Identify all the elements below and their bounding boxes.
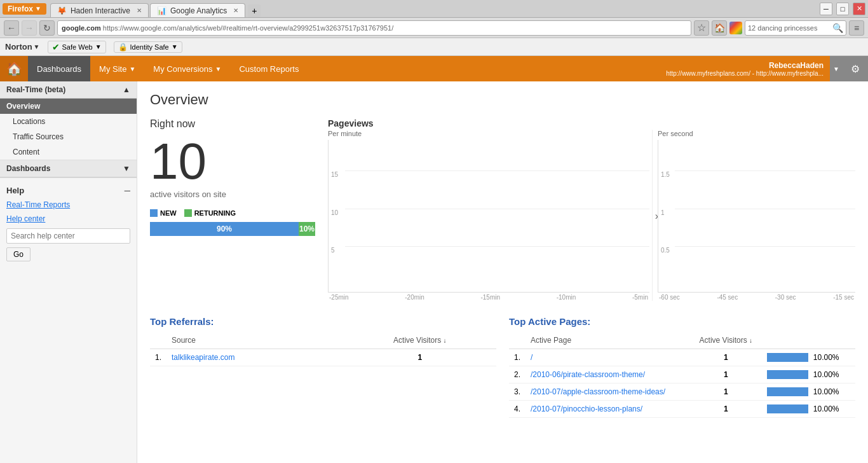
returning-visitors-bar: 10% — [299, 222, 315, 236]
minimize-button[interactable]: ─ — [820, 3, 832, 15]
close-button[interactable]: ✕ — [853, 3, 865, 15]
page-visitors-cell: 1 — [690, 349, 762, 366]
myconversions-dropdown-icon: ▼ — [215, 66, 222, 73]
menu-button[interactable]: ≡ — [849, 20, 864, 36]
sidebar-item-overview[interactable]: Overview — [0, 99, 137, 114]
mysite-dropdown-icon: ▼ — [129, 66, 135, 73]
forward-button[interactable]: → — [22, 20, 37, 36]
ga-username: RebeccaHaden — [666, 61, 824, 70]
home-button[interactable]: 🏠 — [712, 20, 727, 36]
new-tab-button[interactable]: + — [248, 4, 261, 17]
page-visitors-cell: 1 — [690, 401, 762, 418]
pct-label: 10.00% — [813, 353, 839, 362]
referrals-table: Source Active Visitors ↓ 1. talklikeapir… — [150, 332, 496, 366]
tab-close-ga[interactable]: ✕ — [233, 7, 238, 14]
bar-cell: 10.00% — [767, 387, 850, 396]
page-link[interactable]: /2010-06/pirate-classroom-theme/ — [531, 370, 645, 379]
ga-user-info: RebeccaHaden http://www.myfreshplans.com… — [660, 61, 830, 77]
sidebar-realtime-header[interactable]: Real-Time (beta) ▲ — [0, 81, 137, 99]
tab-close-haden[interactable]: ✕ — [137, 7, 142, 14]
safe-web-icon: ✔ — [52, 42, 60, 52]
tab-haden-interactive[interactable]: 🦊 Haden Interactive ✕ — [50, 3, 149, 17]
page-pct-header — [762, 332, 855, 349]
settings-button[interactable]: ⚙ — [843, 56, 868, 81]
page-link[interactable]: /2010-07/apple-classroom-theme-ideas/ — [531, 387, 665, 396]
page-title: Overview — [150, 92, 855, 108]
google-search-icon — [729, 22, 742, 34]
page-bar-cell: 10.00% — [762, 401, 855, 418]
minute-bars — [345, 140, 649, 292]
source-link[interactable]: talklikeapirate.com — [172, 353, 234, 362]
bar-cell: 10.00% — [767, 370, 850, 379]
tab-label-ga: Google Analytics — [170, 6, 227, 15]
visitor-legend: NEW RETURNING — [150, 209, 315, 217]
sort-arrow-icon: ↓ — [444, 337, 447, 344]
refresh-button[interactable]: ↻ — [39, 20, 55, 36]
top-referrals-section: Top Referrals: Source Active Visitors ↓ — [150, 316, 496, 418]
ga-home-button[interactable]: 🏠 — [0, 56, 28, 81]
back-button[interactable]: ← — [4, 20, 19, 36]
norton-toolbar: Norton ▼ ✔ Safe Web ▼ 🔒 Identity Safe ▼ — [0, 38, 868, 56]
referral-row-1: 1. talklikeapirate.com 1 — [150, 349, 496, 366]
ga-nav-right: RebeccaHaden http://www.myfreshplans.com… — [660, 56, 868, 81]
address-url: https://www.google.com/analytics/web/#re… — [101, 24, 393, 32]
norton-dropdown-icon[interactable]: ▼ — [34, 43, 40, 50]
help-search-input[interactable] — [6, 228, 130, 244]
address-bar[interactable]: google.com https://www.google.com/analyt… — [57, 20, 691, 36]
per-minute-chart: Per minute 15 10 5 — [328, 130, 649, 301]
browser-addressbar: ← → ↻ google.com https://www.google.com/… — [0, 18, 868, 38]
help-center-link[interactable]: Help center — [6, 214, 130, 223]
user-dropdown-button[interactable]: ▼ — [830, 56, 843, 81]
page-rank-cell: 2. — [509, 366, 526, 384]
active-page-row-2: 2. /2010-06/pirate-classroom-theme/ 1 10… — [509, 366, 855, 384]
main-content: Overview Right now 10 active visitors on… — [137, 81, 868, 463]
visitors-bar — [767, 353, 808, 362]
pct-label: 10.00% — [813, 387, 839, 396]
page-rank-header — [509, 332, 526, 349]
norton-brand: Norton ▼ — [5, 42, 40, 52]
page-link[interactable]: / — [531, 353, 532, 362]
tab-label-haden: Haden Interactive — [71, 6, 130, 15]
bar-cell: 10.00% — [767, 404, 850, 413]
real-time-reports-link[interactable]: Real-Time Reports — [6, 200, 130, 209]
safe-web-badge[interactable]: ✔ Safe Web ▼ — [48, 41, 106, 53]
page-bar-cell: 10.00% — [762, 366, 855, 384]
top-active-pages-title: Top Active Pages: — [509, 316, 855, 327]
maximize-button[interactable]: □ — [836, 3, 849, 15]
right-now-label: Right now — [150, 118, 315, 130]
tab-favicon-haden: 🦊 — [57, 6, 67, 15]
page-rank-cell: 4. — [509, 401, 526, 418]
nav-tab-dashboards[interactable]: Dashboards — [28, 56, 90, 81]
safe-web-dropdown[interactable]: ▼ — [95, 43, 102, 50]
bar-cell: 10.00% — [767, 353, 850, 362]
help-minimize-icon[interactable]: ─ — [125, 186, 130, 195]
identity-safe-dropdown[interactable]: ▼ — [172, 43, 178, 50]
address-domain: google.com — [62, 24, 101, 32]
page-link-cell: /2010-07/apple-classroom-theme-ideas/ — [526, 384, 690, 401]
sidebar-dashboards-header[interactable]: Dashboards ▼ — [0, 160, 137, 177]
identity-safe-badge[interactable]: 🔒 Identity Safe ▼ — [114, 41, 182, 53]
nav-tab-myconversions[interactable]: My Conversions ▼ — [144, 56, 230, 81]
bookmark-button[interactable]: ☆ — [694, 20, 709, 36]
realtime-collapse-icon: ▲ — [123, 85, 130, 94]
sidebar-item-content[interactable]: Content — [0, 144, 137, 160]
ga-container: 🏠 Dashboards My Site ▼ My Conversions ▼ … — [0, 56, 868, 463]
tab-favicon-ga: 📊 — [157, 6, 166, 15]
page-visitors-cell: 1 — [690, 366, 762, 384]
page-link[interactable]: /2010-07/pinocchio-lesson-plans/ — [531, 404, 642, 413]
new-dot — [150, 209, 158, 217]
browser-tabs: 🦊 Haden Interactive ✕ 📊 Google Analytics… — [50, 0, 261, 17]
go-button[interactable]: Go — [6, 247, 31, 261]
new-visitors-bar: 90% — [150, 222, 299, 236]
browser-search-box[interactable]: 12 dancing princesses 🔍 — [745, 20, 846, 36]
per-second-label: Per second — [658, 130, 855, 137]
active-page-row-4: 4. /2010-07/pinocchio-lesson-plans/ 1 10… — [509, 401, 855, 418]
source-cell: talklikeapirate.com — [166, 349, 344, 366]
firefox-menu-button[interactable]: Firefox ▼ — [3, 3, 46, 15]
nav-tab-customreports[interactable]: Custom Reports — [230, 56, 308, 81]
sidebar-item-locations[interactable]: Locations — [0, 114, 137, 129]
sidebar-item-trafficsources[interactable]: Traffic Sources — [0, 129, 137, 144]
tab-google-analytics[interactable]: 📊 Google Analytics ✕ — [150, 3, 245, 17]
nav-tab-mysite[interactable]: My Site ▼ — [90, 56, 144, 81]
settings-icon: ⚙ — [851, 63, 860, 75]
